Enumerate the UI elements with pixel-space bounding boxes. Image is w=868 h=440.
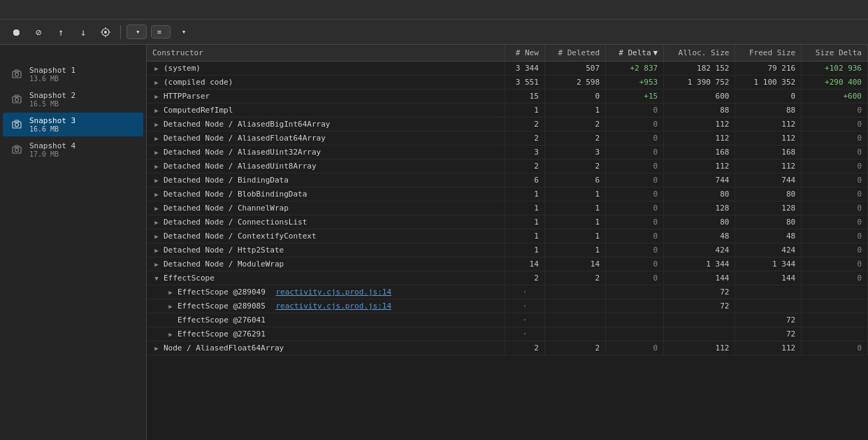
col-header-delta[interactable]: # Delta▼ [606, 45, 664, 62]
alloc-size: 1 390 752 [664, 76, 735, 90]
table-row[interactable]: ▶Node / AliasedFloat64Array2201121120 [147, 341, 868, 355]
freed-size: 112 [735, 341, 802, 355]
col-header-deleted[interactable]: # Deleted [544, 45, 605, 62]
constructor-cell: EffectScope @276041 [147, 313, 505, 327]
expand-arrow-icon[interactable]: ▶ [152, 344, 161, 353]
expand-arrow-icon[interactable]: ▶ [152, 120, 161, 129]
table-row[interactable]: ▶HTTPParser150+156000+600 [147, 90, 868, 104]
expand-arrow-icon[interactable]: ▶ [152, 232, 161, 241]
size-delta [802, 299, 868, 313]
table-container[interactable]: Constructor# New# Deleted# Delta▼Alloc. … [147, 45, 868, 440]
snapshot-size: 17.0 MB [29, 150, 136, 158]
size-delta: 0 [802, 215, 868, 229]
delta-count: 0 [606, 132, 664, 146]
sidebar-snapshot-3[interactable]: Snapshot 3 16.6 MB [3, 113, 143, 136]
table-row[interactable]: ▶EffectScope @289085 reactivity.cjs.prod… [147, 299, 868, 313]
sidebar-snapshot-4[interactable]: Snapshot 4 17.0 MB [3, 138, 143, 162]
delta-count: +2 837 [606, 62, 664, 76]
close-button[interactable] [850, 3, 862, 16]
table-row[interactable]: ▶(compiled code)3 5512 598+9531 390 7521… [147, 76, 868, 90]
snapshot-icon [10, 92, 24, 106]
table-row[interactable]: ▶Detached Node / AliasedBigInt64Array220… [147, 118, 868, 132]
constructor-cell: ▶Detached Node / BlobBindingData [147, 187, 505, 201]
col-header-constructor[interactable]: Constructor [147, 45, 505, 62]
col-header-allocSize[interactable]: Alloc. Size [664, 45, 735, 62]
expand-arrow-icon[interactable]: ▶ [152, 176, 161, 185]
table-row[interactable]: ▶EffectScope @289049 reactivity.cjs.prod… [147, 285, 868, 299]
load-button[interactable]: ↑ [52, 23, 70, 41]
constructor-cell: ▶Detached Node / ConnectionsList [147, 215, 505, 229]
expand-arrow-icon[interactable]: ▶ [152, 92, 161, 101]
constructor-name: Detached Node / Http2State [164, 246, 284, 255]
sidebar-snapshot-1[interactable]: Snapshot 1 13.6 MB [3, 62, 143, 86]
snapshot-name: Snapshot 2 [29, 91, 136, 100]
table-row[interactable]: ▶Detached Node / Http2State1104244240 [147, 243, 868, 257]
delta-count: 0 [606, 341, 664, 355]
expand-arrow-icon[interactable]: ▶ [152, 162, 161, 171]
expand-arrow-icon[interactable]: ▶ [152, 190, 161, 199]
svg-point-1 [104, 31, 107, 34]
constructor-cell: ▶EffectScope @289085 reactivity.cjs.prod… [147, 299, 505, 313]
table-row[interactable]: EffectScope @276041·72 [147, 313, 868, 327]
freed-size: 744 [735, 173, 802, 187]
expand-arrow-icon[interactable]: ▶ [152, 204, 161, 213]
table-row[interactable]: ▶EffectScope @276291·72 [147, 327, 868, 341]
deleted-count: 1 [544, 104, 605, 118]
svg-point-7 [15, 73, 19, 76]
new-count: · [505, 313, 544, 327]
table-row[interactable]: ▼EffectScope2201441440 [147, 271, 868, 285]
deleted-count: 0 [544, 90, 605, 104]
col-header-new[interactable]: # New [505, 45, 544, 62]
snapshot-name: Snapshot 4 [29, 141, 136, 150]
table-row[interactable]: ▶Detached Node / ConnectionsList11080800 [147, 215, 868, 229]
table-row[interactable]: ▶Detached Node / ContextifyContext110484… [147, 229, 868, 243]
constructor-name: EffectScope @289085 [178, 301, 266, 311]
deleted-count: 1 [544, 215, 605, 229]
expand-arrow-icon[interactable]: ▶ [166, 330, 175, 339]
freed-size: 80 [735, 187, 802, 201]
comparison-dropdown[interactable]: ▾ [126, 24, 147, 39]
table-row[interactable]: ▶(system)3 344507+2 837182 15279 216+102… [147, 62, 868, 76]
table-row[interactable]: ▶Detached Node / AliasedUint32Array33016… [147, 146, 868, 159]
table-row[interactable]: ▶ComputedRefImpl11088880 [147, 104, 868, 118]
expand-arrow-icon[interactable]: ▶ [152, 134, 161, 143]
expand-arrow-icon[interactable]: ▶ [152, 148, 161, 157]
new-count: 3 551 [505, 76, 544, 90]
expand-arrow-icon[interactable]: ▶ [166, 288, 175, 297]
freed-size: 128 [735, 201, 802, 215]
delta-count: 0 [606, 159, 664, 173]
table-row[interactable]: ▶Detached Node / AliasedUint8Array220112… [147, 159, 868, 173]
source-link[interactable]: reactivity.cjs.prod.js:14 [275, 301, 391, 311]
table-row[interactable]: ▶Detached Node / ChannelWrap1101281280 [147, 201, 868, 215]
freed-size: 79 216 [735, 62, 802, 76]
record-button[interactable]: ⏺ [7, 23, 25, 41]
save-button[interactable]: ↓ [74, 23, 92, 41]
expand-arrow-icon[interactable]: ▶ [152, 260, 161, 269]
new-count: 1 [505, 187, 544, 201]
clear-button[interactable]: ⊘ [29, 23, 48, 41]
expand-arrow-icon[interactable]: ▶ [166, 302, 175, 311]
expand-arrow-icon[interactable]: ▶ [152, 218, 161, 227]
source-link[interactable]: reactivity.cjs.prod.js:14 [275, 288, 391, 297]
snapshot-selector[interactable]: ▾ [175, 25, 191, 38]
expand-arrow-icon[interactable]: ▶ [152, 78, 161, 87]
collect-garbage-button[interactable] [96, 23, 115, 41]
col-header-sizeDelta[interactable]: Size Delta [802, 45, 868, 62]
expand-arrow-icon[interactable]: ▶ [152, 246, 161, 255]
delta-count: 0 [606, 229, 664, 243]
delta-count: 0 [606, 146, 664, 159]
table-row[interactable]: ▶Detached Node / AliasedFloat64Array2201… [147, 132, 868, 146]
alloc-size: 88 [664, 104, 735, 118]
table-row[interactable]: ▶Detached Node / ModuleWrap141401 3441 3… [147, 257, 868, 271]
col-header-freedSize[interactable]: Freed Size [735, 45, 802, 62]
filter-by-class-button[interactable]: ≡ [151, 25, 171, 38]
freed-size: 80 [735, 215, 802, 229]
sidebar-snapshot-2[interactable]: Snapshot 2 16.5 MB [3, 87, 143, 111]
sort-arrow-icon: ▼ [653, 48, 658, 57]
expand-arrow-icon[interactable]: ▶ [152, 106, 161, 115]
expand-arrow-icon[interactable]: ▼ [152, 274, 161, 283]
expand-arrow-icon[interactable]: ▶ [152, 64, 161, 73]
alloc-size: 744 [664, 173, 735, 187]
table-row[interactable]: ▶Detached Node / BlobBindingData11080800 [147, 187, 868, 201]
table-row[interactable]: ▶Detached Node / BindingData6607447440 [147, 173, 868, 187]
